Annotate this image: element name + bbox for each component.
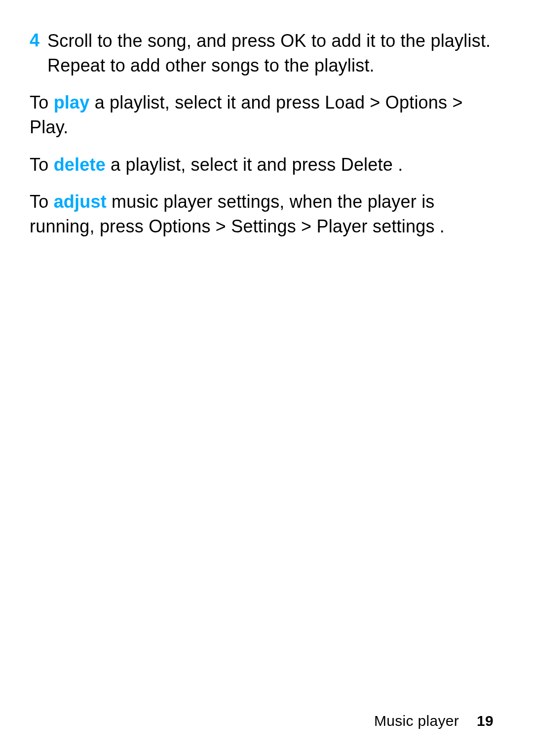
step-4: 4 Scroll to the song, and press OK to ad… xyxy=(30,29,498,77)
text-post: a playlist, select it and press Load > O… xyxy=(30,92,463,137)
footer-page-number: 19 xyxy=(477,713,494,729)
keyword-delete: delete xyxy=(54,154,106,175)
document-page: 4 Scroll to the song, and press OK to ad… xyxy=(0,0,533,756)
footer-section-title: Music player xyxy=(374,713,459,729)
keyword-play: play xyxy=(54,92,90,113)
text-post: a playlist, select it and press Delete . xyxy=(106,154,403,175)
text-pre: To xyxy=(30,92,54,113)
step-text: Scroll to the song, and press OK to add … xyxy=(47,29,498,77)
text-pre: To xyxy=(30,191,54,212)
keyword-adjust: adjust xyxy=(54,191,107,212)
paragraph-delete: To delete a playlist, select it and pres… xyxy=(30,152,498,177)
paragraph-play: To play a playlist, select it and press … xyxy=(30,90,498,139)
page-footer: Music player19 xyxy=(374,713,494,729)
paragraph-adjust: To adjust music player settings, when th… xyxy=(30,189,498,238)
step-number: 4 xyxy=(30,29,47,53)
text-pre: To xyxy=(30,154,54,175)
